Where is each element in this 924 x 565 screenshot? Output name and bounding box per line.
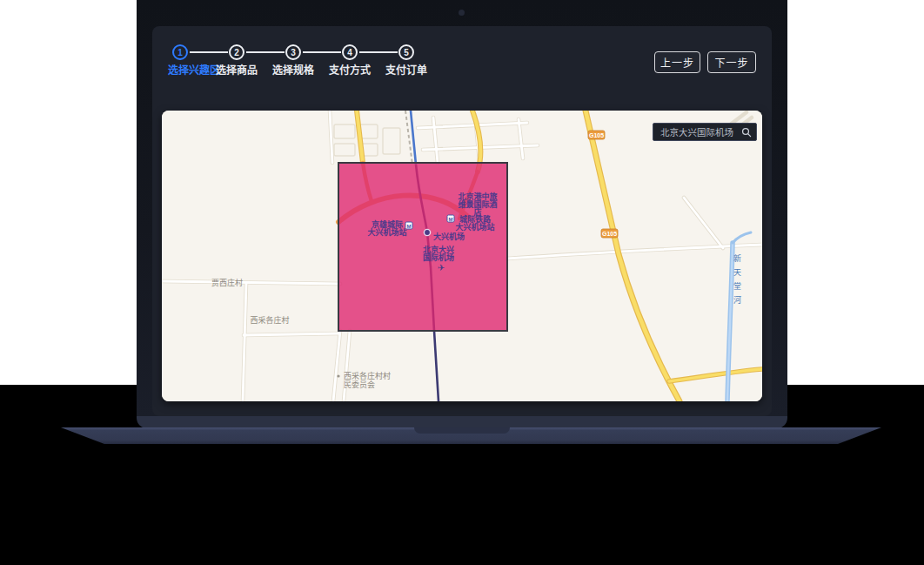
step-3-label: 选择规格 (272, 62, 314, 77)
stepper-connector (246, 51, 285, 53)
airport-label-line2: 国际机场 (423, 252, 454, 262)
step-2-circle[interactable]: 2 (229, 44, 244, 60)
svg-text:M: M (449, 217, 453, 222)
step-4-circle[interactable]: 4 (342, 44, 358, 60)
village-label-b: 西采各庄村 (250, 315, 289, 325)
step-1-circle[interactable]: 1 (172, 44, 188, 60)
station-right-label-line2: 大兴机场站 (455, 222, 494, 232)
metro-station-dot (424, 229, 430, 235)
svg-text:G105: G105 (589, 132, 604, 138)
metro-station-label: 大兴机场 (433, 232, 465, 241)
station-left-label-line2: 大兴机场站 (367, 227, 406, 237)
map-panel[interactable]: G105 G105 贾西庄村 西采各庄村 西采各庄村村 民委员会 北京港中旅 维… (162, 111, 762, 401)
next-step-button[interactable]: 下一步 (707, 51, 756, 73)
search-icon[interactable] (740, 125, 753, 139)
metro-logo-icon: M (447, 215, 454, 222)
step-5-label: 支付订单 (385, 62, 427, 77)
laptop-bezel-bottom (137, 416, 787, 428)
laptop-camera-dot (459, 10, 465, 16)
step-3-circle[interactable]: 3 (285, 44, 301, 60)
map-canvas[interactable]: G105 G105 贾西庄村 西采各庄村 西采各庄村村 民委员会 北京港中旅 维… (162, 111, 762, 401)
road-shield-north: G105 (588, 131, 605, 139)
stepper-connector (303, 51, 341, 53)
step-2-label: 选择商品 (216, 62, 258, 77)
page: 1 2 3 4 5 选择兴趣区 选择商品 选择规格 支付方式 支付订单 上一步 … (0, 0, 924, 565)
laptop-lid-notch (414, 427, 510, 434)
committee-label-line2: 民委员会 (344, 380, 375, 389)
wizard-stepper: 1 2 3 4 5 选择兴趣区 选择商品 选择规格 支付方式 支付订单 上一步 … (152, 26, 772, 104)
committee-label-line1: 西采各庄村村 (344, 371, 391, 380)
step-5-circle[interactable]: 5 (398, 44, 414, 60)
step-4-label: 支付方式 (329, 62, 371, 77)
road-shield-south: G105 (601, 229, 618, 238)
river-name-label: 新天堂河 (733, 253, 741, 310)
prev-step-button[interactable]: 上一步 (654, 51, 700, 73)
svg-text:G105: G105 (602, 231, 617, 237)
stepper-connector (359, 51, 398, 53)
airplane-icon: ✈ (438, 263, 445, 272)
step-1-label: 选择兴趣区 (168, 62, 220, 77)
svg-text:M: M (407, 224, 412, 229)
map-search-box[interactable] (653, 123, 757, 141)
search-input[interactable] (653, 127, 740, 138)
village-label-a: 贾西庄村 (211, 278, 243, 287)
metro-logo-icon: M (405, 222, 412, 229)
poi-dot-icon (337, 374, 339, 377)
app-window: 1 2 3 4 5 选择兴趣区 选择商品 选择规格 支付方式 支付订单 上一步 … (152, 26, 772, 416)
stepper-connector (190, 51, 228, 53)
